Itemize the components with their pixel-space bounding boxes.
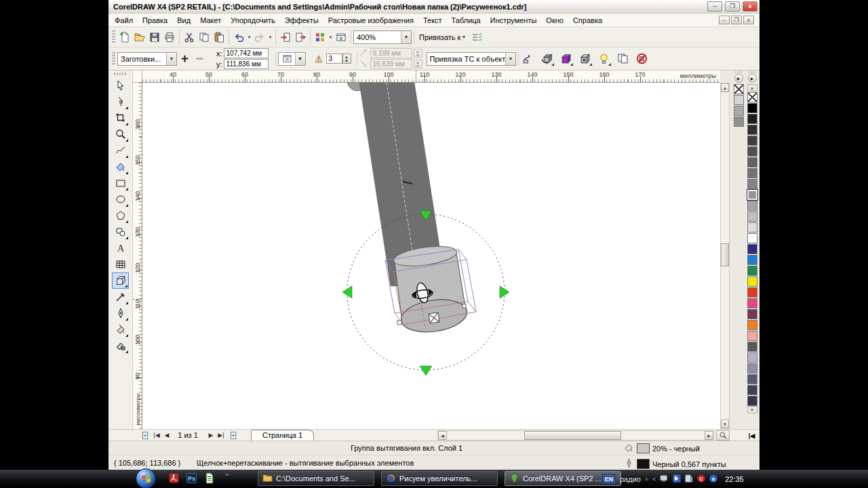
chevron-down-icon[interactable]: ▼ <box>267 35 273 39</box>
copy-extrude-properties-icon[interactable] <box>616 51 631 67</box>
tray-chevron-icon[interactable]: » <box>645 476 648 483</box>
depth-field[interactable]: 3 <box>326 54 342 64</box>
freehand-tool[interactable] <box>112 142 129 159</box>
zoom-tool[interactable] <box>112 126 129 142</box>
color-swatch[interactable] <box>747 201 757 211</box>
quicklaunch-acrobat-icon[interactable] <box>168 472 180 485</box>
color-swatch[interactable] <box>747 136 757 146</box>
menu-item[interactable]: Эффекты <box>280 15 323 26</box>
taskbar-button[interactable]: C:\Documents and Se... <box>258 471 374 486</box>
options-icon[interactable] <box>469 30 484 45</box>
quicklaunch-photoshop-icon[interactable]: Ps <box>186 472 197 485</box>
chevron-down-icon[interactable]: ▼ <box>246 35 252 39</box>
taskbar-button[interactable]: Рисуем увеличитель... <box>381 471 498 486</box>
copy-icon[interactable] <box>197 30 212 45</box>
extrude-rotation-icon[interactable] <box>540 51 555 67</box>
x-coordinate-field[interactable]: 107,742 мм <box>224 48 269 58</box>
color-swatch[interactable] <box>747 255 757 265</box>
toolbox-grip[interactable] <box>114 73 127 75</box>
palette-flyout-icon[interactable]: ▶ <box>748 74 757 83</box>
interactive-extrude-tool[interactable] <box>112 272 129 289</box>
application-launcher-icon[interactable] <box>313 30 328 45</box>
extrude-bevel-icon[interactable] <box>578 51 593 67</box>
outline-pen-tool[interactable] <box>112 305 129 321</box>
add-preset-icon[interactable] <box>177 51 192 67</box>
menu-item[interactable]: Растровые изображения <box>323 15 418 26</box>
restore-button[interactable]: ❐ <box>725 1 740 12</box>
color-swatch[interactable] <box>747 385 757 395</box>
first-page-icon[interactable]: |◀ <box>152 430 161 440</box>
minimize-button[interactable]: – <box>707 1 722 12</box>
color-swatch[interactable] <box>747 125 757 135</box>
ellipse-tool[interactable] <box>112 191 129 207</box>
save-icon[interactable] <box>147 30 162 45</box>
color-swatch[interactable] <box>747 287 757 298</box>
shape-tool[interactable] <box>112 94 129 110</box>
color-swatch[interactable] <box>747 179 757 189</box>
color-swatch[interactable] <box>747 190 757 200</box>
add-page-icon[interactable] <box>228 430 239 440</box>
color-swatch[interactable] <box>747 244 757 254</box>
doc-restore-button[interactable]: ❐ <box>731 16 742 24</box>
tray-collapse-icon[interactable]: < <box>652 476 656 483</box>
no-color-swatch[interactable] <box>734 84 744 94</box>
color-swatch[interactable] <box>747 352 757 363</box>
color-swatch[interactable] <box>747 396 757 406</box>
depth-spinner[interactable]: ▲▼ <box>342 54 351 64</box>
extrusion-type-dropdown[interactable]: ▼ <box>278 52 306 66</box>
chevron-down-icon[interactable]: ▼ <box>295 53 305 65</box>
tray-phone-icon[interactable] <box>672 474 682 485</box>
scroll-left-icon[interactable]: ◀ <box>438 431 447 440</box>
vp-object-toggle-icon[interactable] <box>521 51 536 67</box>
corel-online-icon[interactable] <box>334 30 349 45</box>
horizontal-scroll-thumb[interactable] <box>524 431 621 440</box>
fill-tool[interactable] <box>112 321 129 338</box>
horizontal-scrollbar[interactable]: ◀ ▶ <box>437 430 714 441</box>
color-swatch[interactable] <box>747 342 757 352</box>
color-swatch[interactable] <box>747 298 757 308</box>
menu-item[interactable]: Правка <box>138 15 172 26</box>
add-page-icon[interactable] <box>140 430 151 440</box>
tray-driver-icon[interactable] <box>684 474 694 485</box>
chevron-down-icon[interactable]: ▼ <box>401 31 411 43</box>
table-tool[interactable] <box>112 256 129 272</box>
eyedropper-tool[interactable] <box>112 289 129 305</box>
toolbar-grip[interactable] <box>112 30 115 44</box>
vertical-scroll-thumb[interactable] <box>721 243 729 266</box>
next-page-icon[interactable]: ▶ <box>207 430 215 440</box>
color-swatch[interactable] <box>747 331 757 341</box>
vertical-scrollbar[interactable]: ▲ ▼ <box>720 83 730 429</box>
chevron-down-icon[interactable]: ▼ <box>328 35 334 39</box>
color-swatch[interactable] <box>747 277 757 287</box>
property-bar-grip[interactable] <box>112 52 115 66</box>
chevron-down-icon[interactable]: ▼ <box>166 53 176 65</box>
interactive-fill-tool[interactable] <box>112 338 129 354</box>
chevron-down-icon[interactable]: ▼ <box>505 53 515 65</box>
title-bar[interactable]: CorelDRAW X4 (SP2 RETAIL) - [C:\Document… <box>108 0 760 14</box>
palette-scroll-up-icon[interactable]: ▲ <box>747 84 757 92</box>
menu-item[interactable]: Справка <box>568 15 607 26</box>
palette-grip[interactable] <box>749 71 755 73</box>
snap-to-dropdown[interactable]: Привязать к ▼ <box>416 33 469 41</box>
horizontal-ruler[interactable]: миллиметры 40506070809010011012013014015… <box>142 70 720 83</box>
palette-flyout-icon[interactable]: ▶ <box>734 74 743 83</box>
open-icon[interactable] <box>132 30 147 45</box>
color-swatch[interactable] <box>747 211 757 222</box>
basic-shapes-tool[interactable] <box>112 224 129 240</box>
drawing-canvas[interactable] <box>142 83 720 429</box>
vp-mode-combobox[interactable]: Привязка ТС к объекту ▼ <box>427 52 516 66</box>
color-swatch[interactable] <box>747 168 757 178</box>
extrude-lighting-icon[interactable] <box>597 51 612 67</box>
menu-item[interactable]: Текст <box>418 15 447 26</box>
prev-page-icon[interactable]: ◀ <box>163 430 171 440</box>
text-tool[interactable]: A <box>112 240 129 256</box>
menu-item[interactable]: Окно <box>541 15 568 26</box>
color-swatch[interactable] <box>747 146 757 157</box>
rectangle-tool[interactable] <box>112 175 129 191</box>
close-button[interactable]: x <box>743 1 757 12</box>
language-indicator[interactable]: EN <box>602 474 616 484</box>
clear-extrude-icon[interactable] <box>635 51 650 67</box>
smart-fill-tool[interactable] <box>112 159 129 175</box>
import-icon[interactable] <box>278 30 293 45</box>
cut-icon[interactable] <box>182 30 197 45</box>
